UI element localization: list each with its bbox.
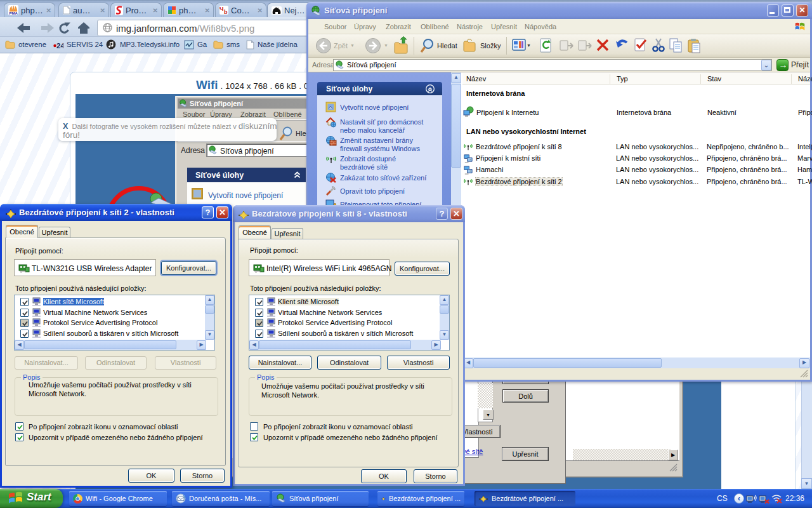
svg-text:Ч: Ч (219, 6, 223, 12)
svg-text:24: 24 (56, 42, 63, 50)
svg-text:PMA: PMA (10, 11, 18, 15)
svg-text:b: b (224, 9, 228, 15)
